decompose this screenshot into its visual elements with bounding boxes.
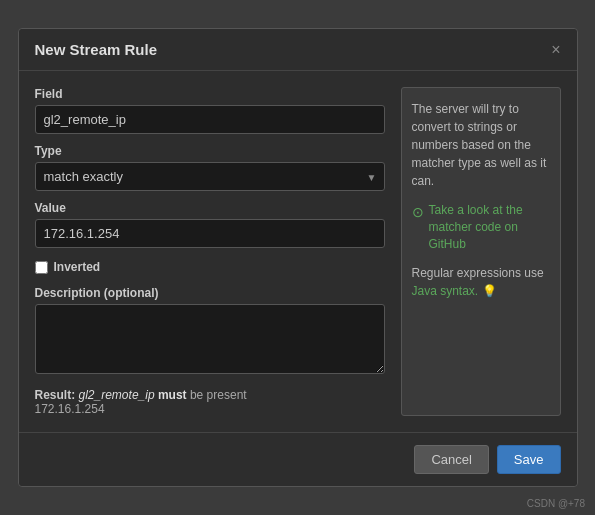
field-input[interactable] bbox=[35, 105, 385, 134]
save-button[interactable]: Save bbox=[497, 445, 561, 474]
value-group: Value bbox=[35, 201, 385, 248]
java-syntax-text: Java syntax. bbox=[412, 284, 479, 298]
help-body-text: The server will try to convert to string… bbox=[412, 100, 550, 190]
modal-footer: Cancel Save bbox=[19, 432, 577, 486]
github-link-text: Take a look at the matcher code on GitHu… bbox=[429, 202, 550, 252]
inverted-row: Inverted bbox=[35, 260, 385, 274]
description-textarea[interactable] bbox=[35, 304, 385, 374]
regex-text: Regular expressions use bbox=[412, 266, 544, 280]
inverted-checkbox[interactable] bbox=[35, 261, 48, 274]
form-section: Field Type match exactly match regular e… bbox=[35, 87, 385, 416]
help-panel: The server will try to convert to string… bbox=[401, 87, 561, 416]
watermark-text: CSDN @+78 bbox=[527, 498, 585, 509]
result-be-present: be present bbox=[190, 388, 247, 402]
field-group: Field bbox=[35, 87, 385, 134]
type-select[interactable]: match exactly match regular expression g… bbox=[35, 162, 385, 191]
github-link[interactable]: ⊙ Take a look at the matcher code on Git… bbox=[412, 202, 550, 252]
description-group: Description (optional) bbox=[35, 286, 385, 374]
result-field: gl2_remote_ip bbox=[79, 388, 155, 402]
description-label: Description (optional) bbox=[35, 286, 385, 300]
result-label: Result: bbox=[35, 388, 76, 402]
modal-overlay: New Stream Rule × Field Type match exact… bbox=[0, 0, 595, 515]
modal-close-button[interactable]: × bbox=[551, 42, 560, 58]
inverted-label: Inverted bbox=[54, 260, 101, 274]
type-select-wrapper: match exactly match regular expression g… bbox=[35, 162, 385, 191]
modal-body: Field Type match exactly match regular e… bbox=[19, 71, 577, 432]
result-section: Result: gl2_remote_ip must be present 17… bbox=[35, 388, 385, 416]
result-line1: Result: gl2_remote_ip must be present bbox=[35, 388, 385, 402]
modal-header: New Stream Rule × bbox=[19, 29, 577, 71]
value-label: Value bbox=[35, 201, 385, 215]
info-icon: 💡 bbox=[482, 284, 497, 298]
modal-dialog: New Stream Rule × Field Type match exact… bbox=[18, 28, 578, 487]
regex-text-block: Regular expressions use Java syntax. 💡 bbox=[412, 264, 550, 300]
result-line2: 172.16.1.254 bbox=[35, 402, 385, 416]
field-label: Field bbox=[35, 87, 385, 101]
value-input[interactable] bbox=[35, 219, 385, 248]
cancel-button[interactable]: Cancel bbox=[414, 445, 488, 474]
modal-title: New Stream Rule bbox=[35, 41, 158, 58]
github-icon: ⊙ bbox=[412, 203, 424, 223]
result-must: must bbox=[158, 388, 187, 402]
type-label: Type bbox=[35, 144, 385, 158]
type-group: Type match exactly match regular express… bbox=[35, 144, 385, 191]
